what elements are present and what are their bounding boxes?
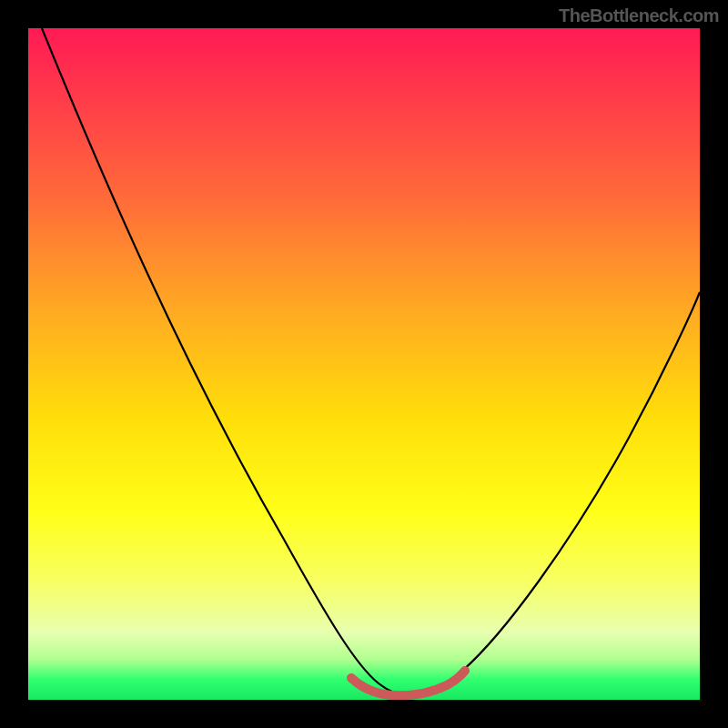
chart-gradient-background [28, 28, 700, 700]
watermark-text: TheBottleneck.com [559, 5, 719, 26]
